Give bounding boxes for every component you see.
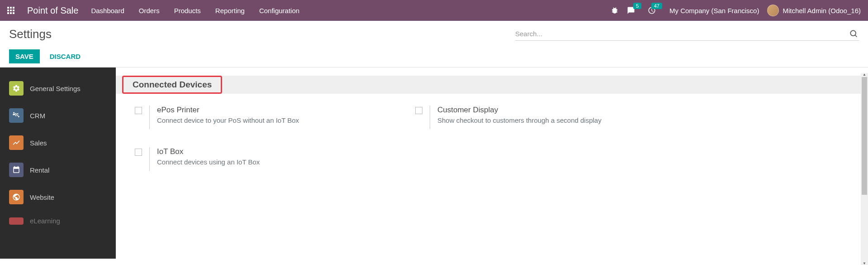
section-title: Connected Devices: [133, 80, 212, 90]
scroll-up-arrow[interactable]: ▲: [861, 72, 868, 77]
search-input[interactable]: [515, 27, 859, 41]
globe-icon: [9, 190, 24, 204]
top-navbar: Point of Sale Dashboard Orders Products …: [0, 0, 868, 21]
messages-icon[interactable]: 5: [627, 6, 635, 14]
setting-customer-display: Customer Display Show checkout to custom…: [415, 106, 696, 129]
app-title[interactable]: Point of Sale: [27, 5, 78, 16]
checkbox-iot-box[interactable]: [135, 149, 142, 156]
page-title: Settings: [9, 27, 86, 41]
setting-desc: Show checkout to customers through a sec…: [437, 116, 602, 124]
setting-label: ePos Printer: [157, 106, 299, 115]
nav-item-configuration[interactable]: Configuration: [259, 7, 299, 14]
settings-sidebar: General Settings CRM Sales Rental Websit…: [0, 67, 116, 259]
sidebar-item-sales[interactable]: Sales: [0, 129, 116, 156]
discard-button[interactable]: DISCARD: [44, 49, 86, 63]
activities-icon[interactable]: 47: [648, 6, 656, 14]
setting-text: ePos Printer Connect device to your PoS …: [157, 106, 299, 129]
settings-row-1: ePos Printer Connect device to your PoS …: [116, 106, 868, 129]
content-scrollbar[interactable]: ▲ ▼: [861, 73, 868, 265]
divider: [149, 147, 150, 171]
nav-menu: Dashboard Orders Products Reporting Conf…: [91, 7, 299, 14]
book-icon: [9, 217, 24, 225]
setting-text: IoT Box Connect devices using an IoT Box: [157, 147, 260, 171]
key-icon: [9, 163, 24, 177]
setting-desc: Connect device to your PoS without an Io…: [157, 116, 299, 124]
sidebar-item-rental[interactable]: Rental: [0, 156, 116, 183]
user-menu[interactable]: Mitchell Admin (Odoo_16): [767, 5, 861, 16]
nav-item-reporting[interactable]: Reporting: [215, 7, 245, 14]
setting-iot-box: IoT Box Connect devices using an IoT Box: [135, 147, 415, 171]
content-inner: Connected Devices ePos Printer Connect d…: [116, 67, 868, 171]
sidebar-label: Website: [30, 193, 54, 201]
sidebar-label: Sales: [30, 139, 47, 147]
search-icon[interactable]: [849, 29, 858, 38]
svg-point-0: [850, 30, 856, 36]
nav-item-products[interactable]: Products: [174, 7, 201, 14]
sidebar-label: Rental: [30, 166, 49, 174]
settings-row-2: IoT Box Connect devices using an IoT Box: [116, 147, 868, 171]
settings-content: Connected Devices ePos Printer Connect d…: [116, 67, 868, 259]
messages-badge: 5: [633, 3, 641, 9]
action-buttons: SAVE DISCARD: [9, 49, 86, 63]
handshake-icon: [9, 108, 24, 123]
debug-icon[interactable]: [611, 6, 619, 14]
sidebar-label: General Settings: [30, 85, 81, 92]
setting-label: IoT Box: [157, 147, 260, 156]
setting-label: Customer Display: [437, 106, 602, 115]
sidebar-item-general[interactable]: General Settings: [0, 75, 116, 102]
save-button[interactable]: SAVE: [9, 49, 40, 63]
sidebar-item-crm[interactable]: CRM: [0, 102, 116, 129]
checkbox-epos[interactable]: [135, 107, 142, 114]
sidebar-item-elearning[interactable]: eLearning: [0, 211, 116, 226]
setting-desc: Connect devices using an IoT Box: [157, 158, 260, 166]
cp-left: Settings SAVE DISCARD: [9, 27, 86, 63]
divider: [430, 106, 430, 129]
checkbox-customer-display[interactable]: [415, 107, 422, 114]
main-content: General Settings CRM Sales Rental Websit…: [0, 67, 868, 259]
scrollbar-thumb[interactable]: [862, 77, 867, 195]
gear-icon: [9, 81, 24, 96]
setting-text: Customer Display Show checkout to custom…: [437, 106, 602, 129]
sidebar-label: CRM: [30, 112, 45, 120]
nav-item-dashboard[interactable]: Dashboard: [91, 7, 124, 14]
user-avatar: [767, 5, 779, 16]
scroll-down-arrow[interactable]: ▼: [861, 261, 868, 265]
nav-left: Point of Sale Dashboard Orders Products …: [7, 5, 299, 16]
section-header-bar: Connected Devices: [116, 76, 868, 94]
sidebar-item-website[interactable]: Website: [0, 183, 116, 211]
setting-epos-printer: ePos Printer Connect device to your PoS …: [135, 106, 415, 129]
activities-badge: 47: [651, 3, 662, 9]
chart-icon: [9, 135, 24, 150]
section-header-highlight: Connected Devices: [122, 76, 222, 94]
control-panel: Settings SAVE DISCARD: [0, 21, 868, 67]
nav-right: 5 47 My Company (San Francisco) Mitchell…: [611, 5, 861, 16]
search-container: [515, 27, 859, 41]
company-selector[interactable]: My Company (San Francisco): [669, 7, 759, 14]
apps-grid-icon[interactable]: [7, 7, 14, 14]
user-name: Mitchell Admin (Odoo_16): [783, 7, 861, 14]
svg-line-1: [855, 35, 857, 37]
divider: [149, 106, 150, 129]
sidebar-label: eLearning: [30, 217, 60, 225]
nav-item-orders[interactable]: Orders: [139, 7, 160, 14]
